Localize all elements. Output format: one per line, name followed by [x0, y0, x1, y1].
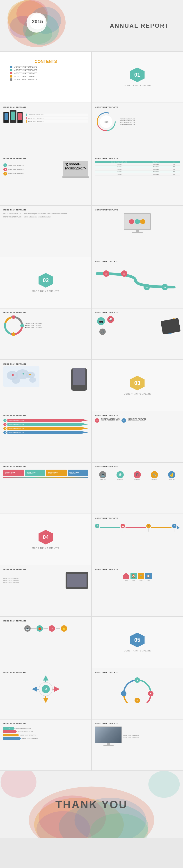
phone-info-2: MORE THAN TEMPLATE [26, 117, 88, 119]
timeline-arrow-title: MORE THAN TEMPLATE [95, 517, 180, 519]
svg-text:✓: ✓ [123, 692, 125, 695]
steps2-title: MORE THAN TEMPLATE [3, 723, 88, 725]
steps-title: MORE THAN TEMPLATE [3, 414, 88, 416]
section-03-slide: 03 MORE THAN TEMPLATE [92, 360, 183, 411]
section-03-label: MORE THAN TEMPLATE [123, 393, 151, 395]
chain-title: MORE THAN TEMPLATE [3, 620, 88, 622]
process-diagram: 01 02 03 04 [95, 267, 176, 294]
svg-text:ICON: ICON [104, 121, 109, 123]
row-chain-section5: MORE THAN TEMPLATE 💻 🍎 ☁ ⭐ 05 MORE THAN … [0, 617, 183, 668]
svg-point-57 [1, 771, 36, 798]
laptop-list-1: ▶ MORE THAN TEMPLATE [3, 163, 62, 167]
section-04-label: MORE THAN TEMPLATE [32, 547, 59, 549]
bubbles-slide: MORE THAN TEMPLATE 📷 💬 ⚙ 🎵 📱 [92, 308, 183, 360]
section-01-slide: 01 MORE THAN TEMPLATE [92, 51, 183, 103]
phones-slide: MORE THAN TEMPLATE MORE THAN TEMPLATE MO… [0, 103, 92, 154]
contents-item-5: MORE THAN TEMPLATE [10, 79, 81, 81]
thankyou-slide: THANK YOU [0, 771, 183, 838]
cover-title: ANNUAL REPORT [110, 22, 169, 29]
section-01-number: 01 [134, 72, 141, 78]
row-worldmap-section3: MORE THAN TEMPLATE [0, 360, 183, 411]
timeline-arrow-slide: MORE THAN TEMPLATE 🍴 📅 🎵 [92, 514, 183, 565]
arrow-process-slide: MORE THAN TEMPLATE 01 02 03 04 [92, 257, 183, 308]
gear-arrows-slide: MORE THAN TEMPLATE ★ ♥ ⚙ ✓ [92, 668, 183, 719]
cover-slide: 2015 ANNUAL REPORT [0, 0, 183, 51]
svg-text:02: 02 [123, 273, 125, 275]
section-02-slide: 02 MORE THAN TEMPLATE [0, 257, 92, 308]
section-05-slide: 05 MORE THAN TEMPLATE [92, 617, 183, 668]
row-tablet-buildings: MORE THAN TEMPLATE MORE THAN TEMPLATE MO… [0, 565, 183, 617]
steps-slide: MORE THAN TEMPLATE 01 MORE THAN TEMPLATE… [0, 411, 92, 462]
svg-marker-14 [174, 285, 176, 289]
text-slide: MORE THAN TEMPLATE MORE THAN TEMPLATE — … [0, 206, 92, 257]
contents-title: CONTENTS [10, 59, 81, 64]
donut-slide: MORE THAN TEMPLATE ICON MORE THAN TEMPLA… [92, 103, 183, 154]
monitor-slide-title: MORE THAN TEMPLATE [95, 209, 180, 211]
contents-item-3: MORE THAN TEMPLATE [10, 72, 81, 74]
svg-point-29 [12, 332, 15, 336]
svg-text:03: 03 [146, 286, 148, 288]
svg-text:04: 04 [163, 286, 166, 288]
section-04-slide: 04 MORE THAN TEMPLATE [0, 514, 92, 565]
world-map-svg [3, 366, 39, 387]
row-laptop-table: MORE THAN TEMPLATE ▶ MORE THAN TEMPLATE … [0, 154, 183, 206]
contents-item-2: MORE THAN TEMPLATE [10, 69, 81, 71]
phone-info-1: MORE THAN TEMPLATE [26, 114, 88, 116]
people-slide-title: MORE THAN TEMPLATE [3, 312, 88, 314]
svg-text:★: ★ [136, 679, 139, 681]
colored-blocks-title: MORE THAN TEMPLATE [3, 466, 88, 468]
row-circular-gear: MORE THAN TEMPLATE ⚙ [0, 668, 183, 719]
numbered-labels-title: MORE THAN TEMPLATE [95, 414, 180, 416]
section-02-number: 02 [43, 277, 49, 283]
table-slide: MORE THAN TEMPLATE MORE THAN TEMPLATE TE… [92, 154, 183, 206]
laptop-slide-title: MORE THAN TEMPLATE [3, 157, 88, 159]
circular-arrows-slide: MORE THAN TEMPLATE ⚙ [0, 668, 92, 719]
icon-circles-slide: MORE THAN TEMPLATE 💻 TEMPLATE @ TEMPLATE… [92, 462, 183, 514]
svg-text:01: 01 [105, 273, 107, 275]
text-slide-title: MORE THAN TEMPLATE [3, 209, 88, 211]
arrow-process-title: MORE THAN TEMPLATE [95, 260, 180, 262]
svg-point-37 [23, 373, 24, 374]
row-blocks-icons: MORE THAN TEMPLATE MORE THAN TEMPLATE MO… [0, 462, 183, 514]
steps2-slide: MORE THAN TEMPLATE ◀ MORE THAN TEMPLATE … [0, 719, 92, 771]
phones-slide-title: MORE THAN TEMPLATE [3, 106, 88, 108]
contents-item-1: MORE THAN TEMPLATE [10, 66, 81, 68]
row-steps2-monitor2: MORE THAN TEMPLATE ◀ MORE THAN TEMPLATE … [0, 719, 183, 771]
svg-point-34 [12, 377, 20, 384]
monitor2-title: MORE THAN TEMPLATE [95, 723, 180, 725]
gear-cycle-diagram: ★ ♥ ⚙ ✓ [119, 676, 155, 703]
thankyou-text: THANK YOU [56, 798, 127, 811]
section-02-label: MORE THAN TEMPLATE [32, 290, 59, 292]
table-slide-title: MORE THAN TEMPLATE [95, 157, 180, 159]
tablet-slide: MORE THAN TEMPLATE MORE THAN TEMPLATE MO… [0, 565, 92, 617]
bubbles-slide-title: MORE THAN TEMPLATE [95, 312, 180, 314]
svg-point-35 [29, 377, 36, 383]
row-people-bubbles: MORE THAN TEMPLATE ● MORE THAN TEMPLATE … [0, 308, 183, 360]
section-01-label: MORE THAN TEMPLATE [123, 85, 151, 87]
numbered-labels-slide: MORE THAN TEMPLATE 03 MORE THAN TEMPLATE… [92, 411, 183, 462]
section-03-number: 03 [134, 380, 141, 386]
monitor-slide: MORE THAN TEMPLATE [92, 206, 183, 257]
svg-text:⚙: ⚙ [136, 699, 139, 702]
tablet-slide-title: MORE THAN TEMPLATE [3, 568, 88, 570]
chain-slide: MORE THAN TEMPLATE 💻 🍎 ☁ ⭐ [0, 617, 92, 668]
svg-point-27 [12, 315, 15, 319]
phone-info-3: MORE THAN TEMPLATE [26, 120, 88, 123]
row-contents-section1: CONTENTS MORE THAN TEMPLATE MORE THAN TE… [0, 51, 183, 103]
cover-year: 2015 [30, 14, 45, 30]
svg-point-28 [20, 324, 24, 328]
svg-text:⚙: ⚙ [44, 687, 47, 691]
row-phones-donut: MORE THAN TEMPLATE MORE THAN TEMPLATE MO… [0, 103, 183, 154]
monitor2-slide: MORE THAN TEMPLATE MORE THAN TEMPLATE MO… [92, 719, 183, 771]
worldmap-slide: MORE THAN TEMPLATE [0, 360, 92, 411]
worldmap-title: MORE THAN TEMPLATE [3, 363, 88, 365]
gear-arrows-title: MORE THAN TEMPLATE [95, 671, 180, 673]
circular-arrows-title: MORE THAN TEMPLATE [3, 671, 88, 673]
row-section2-arrows: 02 MORE THAN TEMPLATE MORE THAN TEMPLATE… [0, 257, 183, 308]
data-table: MORE THAN TEMPLATE TEMPLATE X FeatureTem… [95, 161, 180, 176]
svg-point-36 [12, 374, 14, 376]
section-04-number: 04 [43, 534, 49, 540]
circular-diagram: ⚙ [28, 676, 64, 703]
building-blocks-title: MORE THAN TEMPLATE [95, 568, 180, 570]
laptop-list-2: ▶ MORE THAN TEMPLATE [3, 168, 62, 171]
